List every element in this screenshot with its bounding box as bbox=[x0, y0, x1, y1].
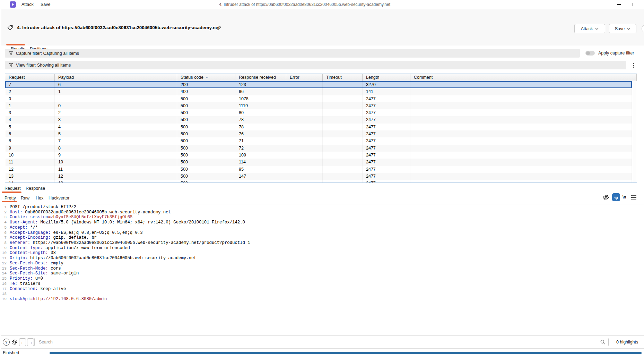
menu-attack[interactable]: Attack bbox=[21, 0, 34, 9]
cell-response-received: 80 bbox=[235, 109, 286, 116]
table-header-row: RequestPayloadStatus codeResponse receiv… bbox=[5, 74, 637, 81]
cell-response-received: 147 bbox=[235, 173, 286, 180]
table-row[interactable]: 2140096141 bbox=[5, 88, 632, 95]
filter-funnel-icon bbox=[9, 51, 13, 56]
cell-error bbox=[286, 152, 323, 159]
attack-dropdown-button[interactable]: Attack bbox=[574, 24, 605, 33]
cell-status-code: 400 bbox=[177, 88, 235, 95]
eye-slash-icon[interactable] bbox=[602, 194, 609, 201]
column-header-timeout[interactable]: Timeout bbox=[323, 74, 363, 81]
edit-pencil-icon[interactable] bbox=[216, 25, 222, 31]
window-title-bar: Attack Save 4. Intruder attack of https:… bbox=[0, 0, 644, 9]
arrow-right-icon: → bbox=[28, 340, 33, 345]
next-match-button[interactable]: → bbox=[27, 338, 34, 346]
cell-status-code: 500 bbox=[177, 180, 235, 183]
code-line: 18 bbox=[1, 291, 644, 297]
line-number: 4 bbox=[1, 220, 7, 225]
word-wrap-toggle[interactable] bbox=[612, 193, 620, 201]
cell-timeout bbox=[323, 95, 363, 102]
table-row[interactable]: 32500802477 bbox=[5, 109, 632, 116]
tab-response[interactable]: Response bbox=[26, 186, 45, 191]
column-header-status-code[interactable]: Status code bbox=[177, 74, 235, 81]
table-row[interactable]: 65500762477 bbox=[5, 130, 632, 137]
line-number: 15 bbox=[1, 276, 7, 281]
line-number: 5 bbox=[1, 225, 7, 230]
column-header-comment[interactable]: Comment bbox=[410, 74, 637, 81]
tag-icon bbox=[7, 25, 13, 31]
column-header-length[interactable]: Length bbox=[363, 74, 410, 81]
search-input[interactable] bbox=[34, 338, 609, 346]
table-row[interactable]: 11105001142477 bbox=[5, 159, 632, 165]
tab-pretty[interactable]: Pretty bbox=[5, 196, 16, 201]
table-row[interactable]: 14135002477 bbox=[5, 180, 632, 183]
maximize-button[interactable] bbox=[629, 0, 639, 9]
cell-request: 1 bbox=[5, 102, 55, 109]
tab-hex[interactable]: Hex bbox=[36, 196, 43, 201]
apply-capture-filter-label: Apply capture filter bbox=[598, 51, 634, 56]
table-row[interactable]: 1050011192477 bbox=[5, 102, 632, 109]
code-line: 16Te: trailers bbox=[1, 281, 644, 287]
help-icon[interactable]: ? bbox=[3, 339, 10, 346]
tab-raw[interactable]: Raw bbox=[21, 196, 29, 201]
results-table: RequestPayloadStatus codeResponse receiv… bbox=[5, 74, 637, 183]
cell-status-code: 500 bbox=[177, 124, 235, 130]
cell-comment bbox=[410, 95, 632, 102]
code-line: 19stockApi=http://192.168.0.6:8080/admin bbox=[1, 297, 644, 302]
cell-length: 2477 bbox=[363, 130, 410, 137]
cell-status-code: 500 bbox=[177, 137, 235, 144]
table-row[interactable]: 98500722477 bbox=[5, 145, 632, 152]
table-row[interactable]: 54500782477 bbox=[5, 124, 632, 130]
cell-comment bbox=[410, 102, 632, 109]
cell-error bbox=[286, 81, 323, 88]
cell-response-received: 72 bbox=[235, 145, 286, 152]
tab-request[interactable]: Request bbox=[5, 186, 21, 191]
cell-timeout bbox=[323, 102, 363, 109]
column-header-response-received[interactable]: Response received bbox=[235, 74, 286, 81]
cell-payload: 12 bbox=[55, 173, 177, 180]
cell-error bbox=[286, 159, 323, 165]
help-button[interactable] bbox=[642, 25, 644, 33]
cell-response-received: 71 bbox=[235, 137, 286, 144]
request-editor[interactable]: 1POST /product/stock HTTP/22Host: 0ab600… bbox=[1, 205, 644, 335]
pretty-tab-underline bbox=[2, 201, 17, 202]
apply-capture-filter-toggle[interactable] bbox=[585, 51, 595, 56]
cell-comment bbox=[410, 152, 632, 159]
column-header-request[interactable]: Request bbox=[5, 74, 55, 81]
cell-timeout bbox=[323, 152, 363, 159]
column-header-error[interactable]: Error bbox=[286, 74, 323, 81]
capture-filter-bar[interactable]: Capture filter: Capturing all items bbox=[5, 49, 580, 58]
editor-menu-icon[interactable] bbox=[631, 195, 636, 199]
table-row[interactable]: 43500782477 bbox=[5, 116, 632, 123]
newline-toggle[interactable]: \n bbox=[623, 195, 626, 199]
cell-payload: 4 bbox=[55, 124, 177, 130]
cell-timeout bbox=[323, 109, 363, 116]
more-options-button[interactable] bbox=[633, 63, 634, 68]
table-row[interactable]: 13125001472477 bbox=[5, 173, 632, 180]
cell-error bbox=[286, 88, 323, 95]
capture-filter-label: Capture filter: Capturing all items bbox=[16, 51, 79, 56]
code-line: 6Accept-Language: es-ES,es;q=0.8,en-US;q… bbox=[1, 230, 644, 236]
code-line: 12Sec-Fetch-Dest: empty bbox=[1, 261, 644, 266]
table-row[interactable]: 050010782477 bbox=[5, 95, 632, 102]
menu-save[interactable]: Save bbox=[41, 0, 51, 9]
cell-comment bbox=[410, 81, 632, 88]
view-filter-bar[interactable]: View filter: Showing all items bbox=[5, 61, 626, 69]
tab-hackvertor[interactable]: Hackvertor bbox=[49, 196, 69, 201]
cell-status-code: 500 bbox=[177, 116, 235, 123]
cell-length: 2477 bbox=[363, 116, 410, 123]
table-row[interactable]: 762001233270 bbox=[5, 81, 632, 88]
table-row[interactable]: 1211500952477 bbox=[5, 166, 632, 173]
column-header-payload[interactable]: Payload bbox=[55, 74, 177, 81]
cell-error bbox=[286, 173, 323, 180]
cell-comment bbox=[410, 145, 632, 152]
previous-match-button[interactable]: ← bbox=[19, 338, 26, 346]
table-scrollbar[interactable] bbox=[632, 81, 637, 183]
table-row[interactable]: 87500712477 bbox=[5, 137, 632, 144]
table-row[interactable]: 1095001092477 bbox=[5, 152, 632, 159]
line-number: 19 bbox=[1, 297, 7, 302]
cell-response-received: 78 bbox=[235, 116, 286, 123]
minimize-icon bbox=[617, 4, 621, 5]
save-dropdown-button[interactable]: Save bbox=[609, 24, 636, 33]
minimize-button[interactable] bbox=[613, 0, 624, 9]
settings-gear-icon[interactable] bbox=[11, 338, 18, 346]
